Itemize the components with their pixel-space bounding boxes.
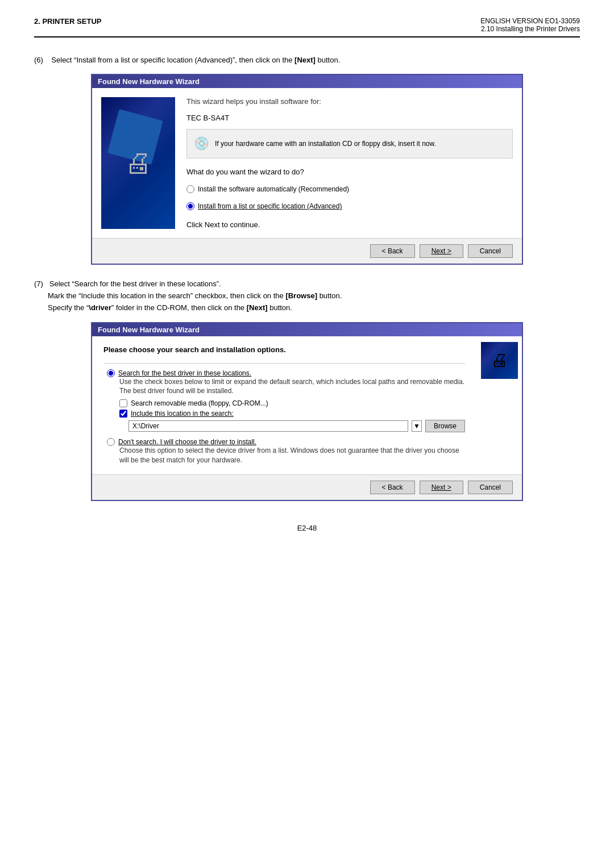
wizard1-cancel-button[interactable]: Cancel	[468, 244, 513, 258]
section-title: 2. PRINTER SETUP	[34, 17, 101, 26]
wizard1-footer: < Back Next > Cancel	[92, 238, 522, 264]
wizard2-titlebar: Found New Hardware Wizard	[92, 323, 522, 336]
browse-button[interactable]: Browse	[425, 420, 465, 432]
step7-line2-suffix: button.	[317, 291, 342, 300]
radio-manual-input[interactable]	[186, 202, 194, 210]
step7-number: (7)	[34, 279, 43, 288]
wizard1-titlebar: Found New Hardware Wizard	[92, 75, 522, 88]
wizard2-side-image: 🖨	[476, 336, 522, 474]
checkbox-location[interactable]: Include this location in the search:	[119, 410, 465, 418]
cd-icon: 💿	[194, 135, 209, 153]
wizard2-dialog: Found New Hardware Wizard Please choose …	[91, 322, 523, 501]
step7-line3-suffix: ” folder in the CD-ROM, then click on th…	[111, 303, 247, 312]
radio-dont-search[interactable]: Don't search. I will choose the driver t…	[107, 438, 465, 465]
cd-notice: 💿 If your hardware came with an installa…	[186, 129, 513, 159]
page-number: E2-48	[297, 524, 317, 532]
step6-instruction: (6) Select “Install from a list or speci…	[34, 55, 580, 66]
wizard1-next-button[interactable]: Next >	[420, 244, 463, 258]
radio-auto-label: Install the software automatically (Reco…	[198, 185, 349, 193]
wizard2-back-button[interactable]: < Back	[370, 481, 415, 494]
step6-number: (6)	[34, 56, 43, 64]
step7-line3-bold2: [Next]	[247, 303, 268, 312]
step7-line3-prefix: Specify the “	[48, 303, 89, 312]
click-next-text: Click Next to continue.	[186, 220, 513, 229]
wizard2-body: Please choose your search and installati…	[92, 336, 522, 500]
radio-search-best-input[interactable]	[107, 369, 115, 377]
radio-dont-search-label: Don't search. I will choose the driver t…	[118, 438, 256, 446]
wizard2-image-box: 🖨	[481, 342, 518, 379]
dropdown-arrow[interactable]: ▼	[412, 420, 422, 432]
checkbox-location-input[interactable]	[119, 410, 127, 418]
wizard1-image	[101, 97, 175, 229]
radio-manual-install[interactable]: Install from a list or specific location…	[186, 202, 513, 210]
wizard1-content: This wizard helps you install software f…	[92, 88, 522, 239]
wizard2-cancel-button[interactable]: Cancel	[468, 481, 513, 494]
search-desc: Use the check boxes below to limit or ex…	[119, 377, 465, 397]
radio-search-best[interactable]: Search for the best driver in these loca…	[107, 369, 465, 377]
radio-manual-label: Install from a list or specific location…	[198, 202, 342, 210]
device-name: TEC B-SA4T	[186, 114, 513, 122]
step6-bold: [Next]	[294, 56, 316, 64]
checkbox-removable-label: Search removable media (floppy, CD-ROM..…	[131, 399, 268, 407]
version-text: ENGLISH VERSION EO1-33059	[480, 17, 580, 25]
step7-line2-bold: [Browse]	[285, 291, 317, 300]
location-row: ▼ Browse	[128, 420, 465, 432]
step6-text: Select “Install from a list or specific …	[51, 56, 294, 64]
wizard2-section-title: Please choose your search and installati…	[103, 345, 465, 354]
step7-line2-prefix: Mark the “Include this location in the s…	[48, 291, 285, 300]
wizard1-right: This wizard helps you install software f…	[186, 97, 513, 229]
radio-auto-input[interactable]	[186, 185, 194, 193]
wizard1-dialog: Found New Hardware Wizard This wizard he…	[91, 74, 523, 265]
page-header: 2. PRINTER SETUP ENGLISH VERSION EO1-330…	[34, 17, 580, 37]
radio-dont-search-input[interactable]	[107, 438, 115, 446]
checkbox-removable-input[interactable]	[119, 399, 127, 407]
subtitle-text: 2.10 Installing the Printer Drivers	[480, 25, 580, 33]
wizard2-footer: < Back Next > Cancel	[92, 474, 522, 500]
divider1	[103, 363, 465, 364]
dont-search-desc: Choose this option to select the device …	[119, 446, 465, 465]
wizard1-back-button[interactable]: < Back	[370, 244, 415, 258]
cd-notice-text: If your hardware came with an installati…	[215, 139, 436, 149]
page-footer: E2-48	[34, 524, 580, 532]
radio-search-best-label: Search for the best driver in these loca…	[118, 369, 251, 377]
step7-line3-bold: \driver	[89, 303, 111, 312]
search-options: Search for the best driver in these loca…	[107, 369, 465, 465]
checkbox-removable[interactable]: Search removable media (floppy, CD-ROM..…	[119, 399, 465, 407]
step6-text2: button.	[316, 56, 340, 64]
location-input[interactable]	[128, 420, 408, 432]
install-text: This wizard helps you install software f…	[186, 97, 513, 106]
checkbox-location-label: Include this location in the search:	[131, 410, 234, 418]
step7-line3-suffix2: button.	[268, 303, 292, 312]
wizard2-content: Please choose your search and installati…	[92, 336, 522, 474]
wizard1-body: This wizard helps you install software f…	[92, 88, 522, 264]
step7-line1: Select “Search for the best driver in th…	[49, 279, 221, 288]
radio-auto-install[interactable]: Install the software automatically (Reco…	[186, 185, 513, 193]
step7-instruction: (7) Select “Search for the best driver i…	[34, 278, 580, 314]
what-do-text: What do you want the wizard to do?	[186, 168, 513, 176]
wizard2-main: Please choose your search and installati…	[92, 336, 476, 474]
header-right: ENGLISH VERSION EO1-33059 2.10 Installin…	[480, 17, 580, 33]
wizard2-next-button[interactable]: Next >	[420, 481, 463, 494]
